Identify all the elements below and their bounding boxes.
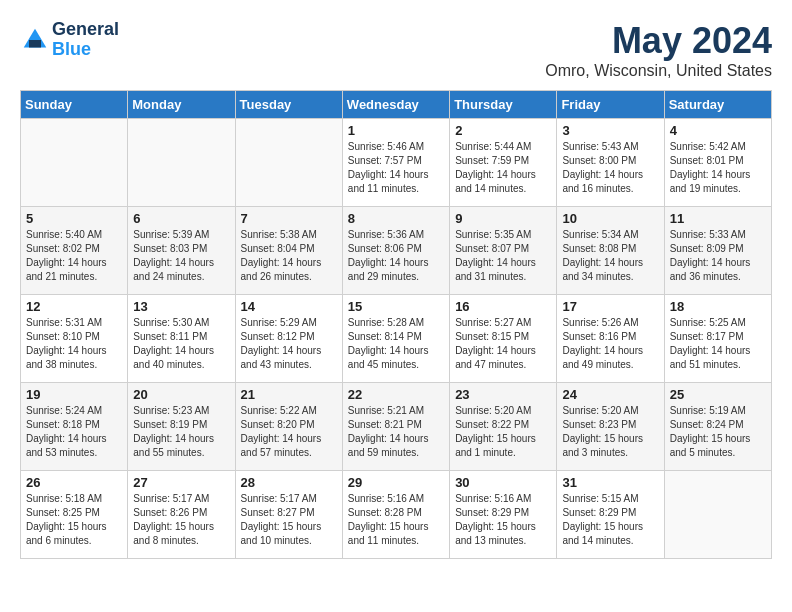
day-number: 8	[348, 211, 444, 226]
calendar-cell: 14Sunrise: 5:29 AMSunset: 8:12 PMDayligh…	[235, 295, 342, 383]
day-info: Sunrise: 5:30 AMSunset: 8:11 PMDaylight:…	[133, 316, 229, 372]
day-info: Sunrise: 5:31 AMSunset: 8:10 PMDaylight:…	[26, 316, 122, 372]
day-info: Sunrise: 5:18 AMSunset: 8:25 PMDaylight:…	[26, 492, 122, 548]
day-info: Sunrise: 5:28 AMSunset: 8:14 PMDaylight:…	[348, 316, 444, 372]
calendar-cell: 24Sunrise: 5:20 AMSunset: 8:23 PMDayligh…	[557, 383, 664, 471]
calendar-week-5: 26Sunrise: 5:18 AMSunset: 8:25 PMDayligh…	[21, 471, 772, 559]
main-title: May 2024	[545, 20, 772, 62]
day-number: 30	[455, 475, 551, 490]
day-number: 20	[133, 387, 229, 402]
day-number: 19	[26, 387, 122, 402]
calendar-cell: 26Sunrise: 5:18 AMSunset: 8:25 PMDayligh…	[21, 471, 128, 559]
day-number: 1	[348, 123, 444, 138]
col-tuesday: Tuesday	[235, 91, 342, 119]
calendar-week-1: 1Sunrise: 5:46 AMSunset: 7:57 PMDaylight…	[21, 119, 772, 207]
day-number: 2	[455, 123, 551, 138]
calendar-cell	[21, 119, 128, 207]
col-monday: Monday	[128, 91, 235, 119]
day-info: Sunrise: 5:26 AMSunset: 8:16 PMDaylight:…	[562, 316, 658, 372]
calendar-cell: 30Sunrise: 5:16 AMSunset: 8:29 PMDayligh…	[450, 471, 557, 559]
calendar-cell	[235, 119, 342, 207]
day-number: 25	[670, 387, 766, 402]
header-row: Sunday Monday Tuesday Wednesday Thursday…	[21, 91, 772, 119]
page-header: General Blue May 2024 Omro, Wisconsin, U…	[20, 20, 772, 80]
day-info: Sunrise: 5:20 AMSunset: 8:23 PMDaylight:…	[562, 404, 658, 460]
calendar-cell: 16Sunrise: 5:27 AMSunset: 8:15 PMDayligh…	[450, 295, 557, 383]
col-friday: Friday	[557, 91, 664, 119]
day-number: 28	[241, 475, 337, 490]
calendar-cell: 29Sunrise: 5:16 AMSunset: 8:28 PMDayligh…	[342, 471, 449, 559]
day-number: 31	[562, 475, 658, 490]
logo: General Blue	[20, 20, 119, 60]
day-number: 18	[670, 299, 766, 314]
col-saturday: Saturday	[664, 91, 771, 119]
calendar-cell: 2Sunrise: 5:44 AMSunset: 7:59 PMDaylight…	[450, 119, 557, 207]
calendar-cell: 22Sunrise: 5:21 AMSunset: 8:21 PMDayligh…	[342, 383, 449, 471]
day-number: 13	[133, 299, 229, 314]
svg-rect-1	[29, 40, 41, 48]
day-number: 6	[133, 211, 229, 226]
calendar-cell: 17Sunrise: 5:26 AMSunset: 8:16 PMDayligh…	[557, 295, 664, 383]
calendar-cell: 27Sunrise: 5:17 AMSunset: 8:26 PMDayligh…	[128, 471, 235, 559]
col-wednesday: Wednesday	[342, 91, 449, 119]
day-info: Sunrise: 5:15 AMSunset: 8:29 PMDaylight:…	[562, 492, 658, 548]
day-info: Sunrise: 5:38 AMSunset: 8:04 PMDaylight:…	[241, 228, 337, 284]
calendar-cell: 11Sunrise: 5:33 AMSunset: 8:09 PMDayligh…	[664, 207, 771, 295]
day-number: 5	[26, 211, 122, 226]
day-info: Sunrise: 5:17 AMSunset: 8:26 PMDaylight:…	[133, 492, 229, 548]
logo-icon	[20, 25, 50, 55]
day-number: 11	[670, 211, 766, 226]
calendar-cell: 18Sunrise: 5:25 AMSunset: 8:17 PMDayligh…	[664, 295, 771, 383]
day-number: 17	[562, 299, 658, 314]
day-number: 16	[455, 299, 551, 314]
calendar-week-4: 19Sunrise: 5:24 AMSunset: 8:18 PMDayligh…	[21, 383, 772, 471]
day-info: Sunrise: 5:20 AMSunset: 8:22 PMDaylight:…	[455, 404, 551, 460]
calendar-week-2: 5Sunrise: 5:40 AMSunset: 8:02 PMDaylight…	[21, 207, 772, 295]
day-info: Sunrise: 5:34 AMSunset: 8:08 PMDaylight:…	[562, 228, 658, 284]
calendar-cell: 13Sunrise: 5:30 AMSunset: 8:11 PMDayligh…	[128, 295, 235, 383]
col-sunday: Sunday	[21, 91, 128, 119]
day-info: Sunrise: 5:46 AMSunset: 7:57 PMDaylight:…	[348, 140, 444, 196]
calendar-cell: 8Sunrise: 5:36 AMSunset: 8:06 PMDaylight…	[342, 207, 449, 295]
calendar-cell	[664, 471, 771, 559]
calendar-cell: 23Sunrise: 5:20 AMSunset: 8:22 PMDayligh…	[450, 383, 557, 471]
day-number: 23	[455, 387, 551, 402]
day-info: Sunrise: 5:21 AMSunset: 8:21 PMDaylight:…	[348, 404, 444, 460]
day-info: Sunrise: 5:19 AMSunset: 8:24 PMDaylight:…	[670, 404, 766, 460]
day-info: Sunrise: 5:22 AMSunset: 8:20 PMDaylight:…	[241, 404, 337, 460]
day-info: Sunrise: 5:44 AMSunset: 7:59 PMDaylight:…	[455, 140, 551, 196]
day-number: 15	[348, 299, 444, 314]
day-info: Sunrise: 5:27 AMSunset: 8:15 PMDaylight:…	[455, 316, 551, 372]
day-info: Sunrise: 5:29 AMSunset: 8:12 PMDaylight:…	[241, 316, 337, 372]
day-info: Sunrise: 5:33 AMSunset: 8:09 PMDaylight:…	[670, 228, 766, 284]
day-number: 3	[562, 123, 658, 138]
calendar-cell: 12Sunrise: 5:31 AMSunset: 8:10 PMDayligh…	[21, 295, 128, 383]
day-info: Sunrise: 5:39 AMSunset: 8:03 PMDaylight:…	[133, 228, 229, 284]
day-number: 9	[455, 211, 551, 226]
day-number: 22	[348, 387, 444, 402]
day-info: Sunrise: 5:24 AMSunset: 8:18 PMDaylight:…	[26, 404, 122, 460]
day-number: 24	[562, 387, 658, 402]
calendar-cell: 20Sunrise: 5:23 AMSunset: 8:19 PMDayligh…	[128, 383, 235, 471]
day-info: Sunrise: 5:36 AMSunset: 8:06 PMDaylight:…	[348, 228, 444, 284]
day-number: 21	[241, 387, 337, 402]
calendar-cell: 5Sunrise: 5:40 AMSunset: 8:02 PMDaylight…	[21, 207, 128, 295]
day-number: 26	[26, 475, 122, 490]
calendar-cell: 1Sunrise: 5:46 AMSunset: 7:57 PMDaylight…	[342, 119, 449, 207]
day-info: Sunrise: 5:40 AMSunset: 8:02 PMDaylight:…	[26, 228, 122, 284]
day-info: Sunrise: 5:42 AMSunset: 8:01 PMDaylight:…	[670, 140, 766, 196]
day-number: 4	[670, 123, 766, 138]
calendar-cell: 9Sunrise: 5:35 AMSunset: 8:07 PMDaylight…	[450, 207, 557, 295]
logo-line2: Blue	[52, 40, 119, 60]
day-number: 29	[348, 475, 444, 490]
logo-line1: General	[52, 20, 119, 40]
col-thursday: Thursday	[450, 91, 557, 119]
calendar-cell: 19Sunrise: 5:24 AMSunset: 8:18 PMDayligh…	[21, 383, 128, 471]
calendar-cell: 15Sunrise: 5:28 AMSunset: 8:14 PMDayligh…	[342, 295, 449, 383]
calendar-cell: 7Sunrise: 5:38 AMSunset: 8:04 PMDaylight…	[235, 207, 342, 295]
calendar-cell: 3Sunrise: 5:43 AMSunset: 8:00 PMDaylight…	[557, 119, 664, 207]
day-info: Sunrise: 5:43 AMSunset: 8:00 PMDaylight:…	[562, 140, 658, 196]
day-info: Sunrise: 5:16 AMSunset: 8:28 PMDaylight:…	[348, 492, 444, 548]
calendar-week-3: 12Sunrise: 5:31 AMSunset: 8:10 PMDayligh…	[21, 295, 772, 383]
calendar-cell: 31Sunrise: 5:15 AMSunset: 8:29 PMDayligh…	[557, 471, 664, 559]
